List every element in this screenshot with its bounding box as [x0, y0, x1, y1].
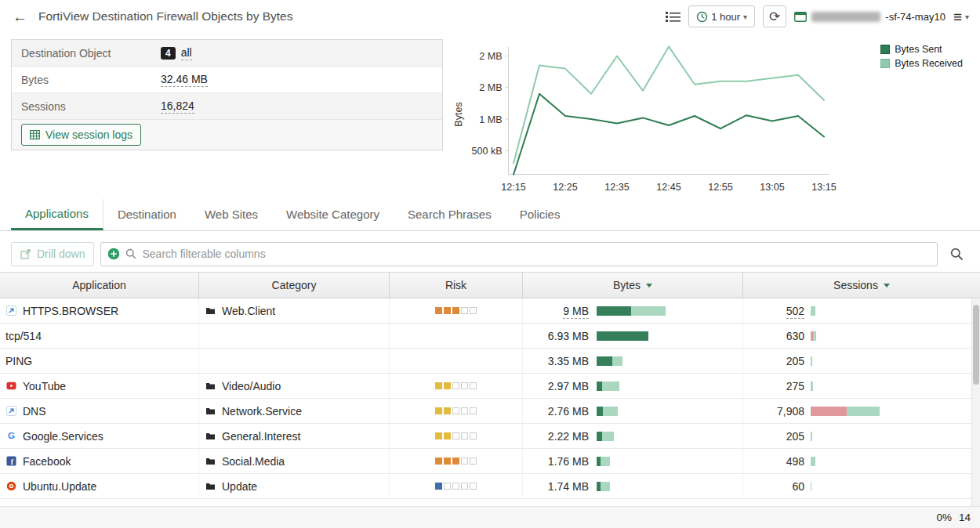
- search-icon: [950, 248, 964, 261]
- bytes-cell: 6.93 MB: [523, 324, 743, 348]
- summary-label: Sessions: [21, 100, 161, 113]
- category-name: Web.Client: [222, 305, 275, 317]
- view-session-logs-button[interactable]: View session logs: [21, 124, 141, 146]
- risk-block: [461, 432, 468, 439]
- chart-legend: Bytes Sent Bytes Received: [880, 44, 963, 69]
- table-body: HTTPS.BROWSERWeb.Client9 MB502tcp/5146.9…: [0, 298, 980, 499]
- table-row[interactable]: Ubuntu.UpdateUpdate1.74 MB60: [0, 474, 980, 499]
- application-name: YouTube: [23, 380, 66, 392]
- sessions-cell: 498: [743, 449, 980, 473]
- value-bar: [811, 306, 815, 316]
- table-row[interactable]: YouTubeVideo/Audio2.97 MB275: [0, 374, 980, 399]
- column-header-risk[interactable]: Risk: [390, 273, 523, 298]
- legend-label: Bytes Received: [895, 58, 963, 69]
- vertical-scrollbar[interactable]: [971, 299, 980, 506]
- value-bar: [811, 457, 815, 466]
- bytes-cell: 9 MB: [523, 298, 743, 323]
- bytes-value: 3.35 MB: [548, 355, 589, 367]
- risk-block: [444, 307, 451, 314]
- search-submit-button[interactable]: [944, 242, 969, 266]
- table-row[interactable]: tcp/5146.93 MB630: [0, 324, 980, 349]
- risk-block: [461, 407, 468, 414]
- column-header-category[interactable]: Category: [199, 273, 390, 298]
- value-bar: [597, 331, 648, 341]
- application-name: tcp/514: [5, 330, 42, 342]
- scrollbar-thumb[interactable]: [973, 305, 979, 385]
- summary-row-sessions: Sessions 16,824: [12, 93, 442, 120]
- risk-block: [470, 483, 477, 490]
- risk-block: [461, 307, 468, 314]
- bytes-value: 9 MB: [563, 305, 589, 319]
- filter-toolbar: Drill down: [11, 241, 969, 266]
- status-bar: 0% 14: [0, 506, 980, 528]
- svg-text:13:15: 13:15: [811, 182, 836, 193]
- legend-swatch: [880, 59, 890, 68]
- hamburger-icon: ≡: [953, 9, 962, 24]
- sessions-value: 498: [786, 455, 804, 468]
- risk-block: [444, 483, 451, 490]
- value-bar: [597, 432, 614, 441]
- application-cell: Ubuntu.Update: [0, 474, 199, 498]
- value-bar: [811, 331, 816, 341]
- change-view-icon[interactable]: [666, 11, 681, 23]
- tab-destination[interactable]: Destination: [103, 199, 191, 230]
- facebook-icon: f: [5, 456, 16, 467]
- application-name: PING: [5, 355, 32, 367]
- risk-block: [470, 457, 477, 465]
- bytes-cell: 3.35 MB: [523, 349, 743, 373]
- status-count: 14: [959, 512, 971, 523]
- search-input[interactable]: [142, 248, 931, 260]
- sessions-value: 275: [786, 380, 804, 392]
- device-icon: [794, 12, 807, 22]
- value-bar: [597, 382, 619, 391]
- refresh-icon: ⟳: [769, 10, 780, 24]
- column-header-application[interactable]: Application: [0, 273, 199, 298]
- device-selector[interactable]: -sf-74-may10: [794, 11, 946, 23]
- table-header: Application Category Risk Bytes Sessions: [0, 272, 980, 298]
- summary-value-text: 16,824: [161, 99, 194, 114]
- top-bar: ← FortiView Destination Firewall Objects…: [0, 0, 980, 33]
- back-icon[interactable]: ←: [13, 9, 27, 24]
- column-label: Category: [272, 279, 317, 291]
- table-row[interactable]: DNSNetwork.Service2.76 MB7,908: [0, 399, 980, 424]
- sessions-value: 7,908: [777, 405, 804, 418]
- google-icon: G: [5, 431, 16, 442]
- top-bar-controls: 1 hour ▾ ⟳ -sf-74-may10 ≡ ▾: [666, 5, 980, 27]
- drill-down-button[interactable]: Drill down: [11, 242, 94, 266]
- tab-website-category[interactable]: Website Category: [272, 199, 394, 230]
- time-range-dropdown[interactable]: 1 hour ▾: [688, 5, 755, 27]
- table-row[interactable]: PING3.35 MB205: [0, 349, 980, 374]
- value-bar: [597, 482, 610, 491]
- column-header-bytes[interactable]: Bytes: [523, 273, 743, 298]
- bytes-value: 2.97 MB: [548, 380, 589, 392]
- risk-block: [470, 307, 477, 314]
- refresh-button[interactable]: ⟳: [763, 5, 786, 27]
- bytes-value: 1.76 MB: [548, 455, 589, 468]
- svg-text:13:05: 13:05: [760, 182, 784, 193]
- add-filter-icon[interactable]: [107, 248, 120, 260]
- bytes-value: 2.22 MB: [548, 430, 589, 443]
- application-cell: HTTPS.BROWSER: [0, 298, 199, 323]
- category-cell: [199, 324, 390, 348]
- table-row[interactable]: fFacebookSocial.Media1.76 MB498: [0, 449, 980, 474]
- table-row[interactable]: HTTPS.BROWSERWeb.Client9 MB502: [0, 298, 980, 324]
- risk-block: [461, 382, 468, 389]
- main-menu-button[interactable]: ≡ ▾: [953, 9, 969, 24]
- application-cell: PING: [0, 349, 199, 373]
- application-name: Google.Services: [23, 430, 103, 443]
- category-name: Update: [222, 480, 257, 493]
- summary-label: Destination Object: [21, 47, 161, 60]
- tab-policies[interactable]: Policies: [506, 199, 575, 230]
- risk-block: [435, 382, 442, 389]
- table-row[interactable]: GGoogle.ServicesGeneral.Interest2.22 MB2…: [0, 424, 980, 449]
- tab-search-phrases[interactable]: Search Phrases: [394, 199, 506, 230]
- tab-applications[interactable]: Applications: [11, 199, 103, 230]
- tab-web-sites[interactable]: Web Sites: [191, 199, 272, 230]
- risk-block: [435, 483, 442, 490]
- svg-text:12:15: 12:15: [501, 182, 525, 193]
- svg-text:Bytes: Bytes: [453, 102, 464, 126]
- summary-value-text: 32.46 MB: [161, 73, 208, 87]
- column-header-sessions[interactable]: Sessions: [743, 273, 980, 298]
- svg-text:500 kB: 500 kB: [472, 146, 503, 157]
- application-name: DNS: [23, 405, 46, 418]
